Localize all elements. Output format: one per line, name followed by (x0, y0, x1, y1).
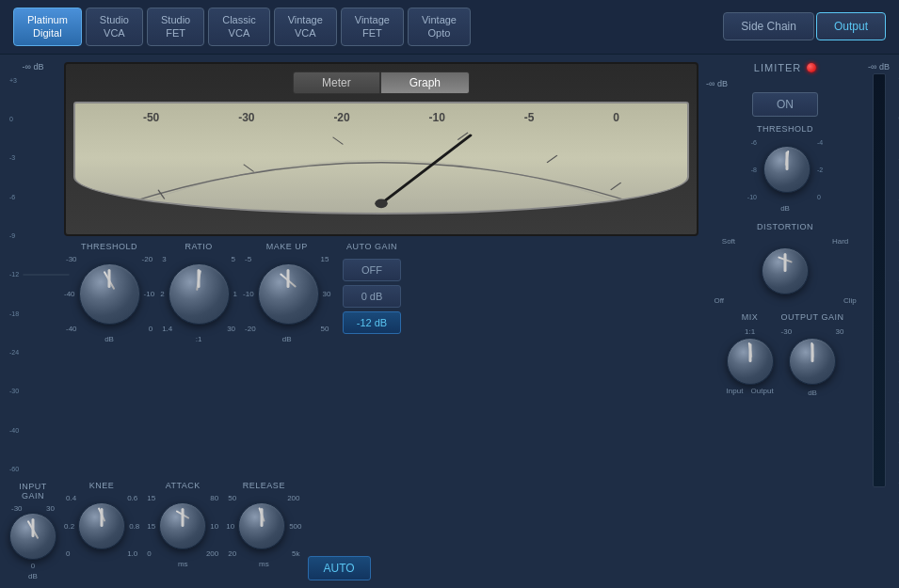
mix-output-label: Output (751, 387, 774, 395)
main-content: -∞ dB +3 0 -3 -6 -9 -12 -18 -24 -30 -40 … (0, 55, 899, 588)
svg-line-1 (244, 164, 254, 171)
auto-gain-label: AUTO GAIN (346, 242, 397, 251)
right-meter-top: -∞ dB (868, 62, 890, 72)
distortion-off-label: Off (714, 296, 724, 305)
limiter-meter-top: -∞ dB (706, 79, 728, 88)
preset-tab-studio-fet[interactable]: Studio FET (147, 8, 204, 46)
side-chain-button[interactable]: Side Chain (723, 12, 814, 40)
left-vu-meter (23, 274, 70, 276)
auto-release-button[interactable]: AUTO (308, 556, 371, 580)
knee-knob[interactable] (78, 502, 125, 549)
input-gain-label: INPUT GAIN (9, 482, 56, 501)
top-right-buttons: Side Chain Output (723, 12, 886, 40)
meter-display: Meter Graph -50 -30 -20 -10 -5 0 (64, 62, 698, 236)
limiter-threshold-unit: dB (780, 204, 790, 213)
release-label: RELEASE (243, 481, 285, 490)
limiter-on-button[interactable]: ON (752, 92, 818, 117)
svg-line-6 (381, 135, 471, 203)
vu-display: -50 -30 -20 -10 -5 0 (73, 102, 689, 215)
threshold-scale-top: -30 -20 (64, 255, 154, 263)
meter-display-tabs: Meter Graph (73, 72, 689, 94)
output-gain-label: OUTPUT GAIN (781, 312, 844, 322)
svg-line-2 (333, 136, 344, 144)
input-gain-value: 0 (31, 562, 35, 570)
distortion-label: DISTORTION (757, 222, 813, 231)
auto-gain-section: AUTO GAIN OFF 0 dB -12 dB (337, 242, 408, 334)
auto-gain-12db-button[interactable]: -12 dB (343, 311, 401, 334)
threshold-section: THRESHOLD -30 -20 -40 -10 -40 0 dB (64, 242, 154, 343)
top-bar: Platinum Digital Studio VCA Studio FET C… (0, 0, 899, 55)
right-vu-meter (873, 73, 886, 487)
makeup-knob[interactable] (258, 263, 319, 325)
threshold-scale-bottom: -40 0 (64, 325, 154, 333)
preset-tabs: Platinum Digital Studio VCA Studio FET C… (13, 8, 471, 46)
ratio-scale-top: 3 5 (160, 255, 237, 263)
attack-label: ATTACK (166, 481, 201, 490)
limiter-label: LIMITER (754, 62, 801, 73)
preset-tab-vintage-opto[interactable]: Vintage Opto (408, 8, 471, 46)
makeup-label: MAKE UP (266, 242, 308, 251)
svg-line-4 (547, 155, 557, 163)
auto-gain-off-button[interactable]: OFF (343, 259, 401, 281)
meter-tab-graph[interactable]: Graph (380, 72, 470, 94)
attack-knob[interactable] (159, 502, 206, 549)
output-gain-knob[interactable] (789, 338, 836, 385)
limiter-led (807, 63, 816, 72)
knee-label: KNEE (89, 481, 115, 490)
preset-tab-classic-vca[interactable]: Classic VCA (208, 8, 269, 46)
meter-tab-meter[interactable]: Meter (293, 72, 380, 94)
release-knob[interactable] (238, 502, 285, 549)
makeup-scale-top: -5 15 (243, 255, 330, 263)
preset-tab-vintage-fet[interactable]: Vintage FET (341, 8, 404, 46)
distortion-hard-label: Hard (832, 237, 848, 246)
output-gain-unit: dB (808, 389, 817, 397)
ratio-knob[interactable] (169, 263, 230, 325)
threshold-knob[interactable] (79, 263, 140, 325)
makeup-scale-bottom: -20 50 (243, 325, 330, 333)
svg-line-0 (158, 189, 165, 199)
release-unit: ms (259, 560, 269, 568)
mix-ratio-label: 1:1 (745, 327, 755, 336)
distortion-clip-label: Clip (843, 296, 857, 305)
input-gain-range: -30 30 (9, 504, 56, 513)
threshold-unit: dB (104, 335, 114, 343)
auto-release-section: AUTO (308, 500, 371, 580)
preset-tab-studio-vca[interactable]: Studio VCA (86, 8, 143, 46)
limiter-threshold-label: THRESHOLD (757, 124, 813, 134)
attack-unit: ms (178, 560, 188, 568)
ratio-scale-bottom: 1.4 30 (160, 325, 237, 333)
makeup-section: MAKE UP -5 15 -10 30 -20 50 dB (243, 242, 330, 343)
auto-gain-0db-button[interactable]: 0 dB (343, 285, 401, 308)
ratio-unit: :1 (196, 335, 202, 343)
svg-point-7 (375, 199, 388, 208)
attack-section: ATTACK 15 80 15 10 0 200 ms (145, 481, 220, 568)
mix-knob[interactable] (727, 338, 774, 385)
svg-line-5 (611, 183, 621, 190)
right-section: LIMITER -∞ dB ON THRESHOLD -6 -8 -10 (706, 62, 890, 580)
limiter-threshold-knob[interactable] (763, 146, 811, 193)
left-meter-top-label: -∞ dB (23, 62, 44, 72)
distortion-soft-label: Soft (722, 237, 735, 246)
input-gain-knob[interactable] (9, 513, 56, 560)
threshold-label: THRESHOLD (81, 242, 137, 251)
ratio-section: RATIO 3 5 2 1 1.4 30 :1 (160, 242, 237, 343)
output-button[interactable]: Output (816, 12, 886, 40)
mix-label: MIX (742, 312, 759, 322)
center-section: Meter Graph -50 -30 -20 -10 -5 0 (64, 62, 698, 580)
ratio-label: RATIO (185, 242, 212, 251)
input-gain-unit: dB (28, 572, 38, 580)
makeup-unit: dB (282, 335, 292, 343)
preset-tab-vintage-vca[interactable]: Vintage VCA (274, 8, 337, 46)
left-input-meter-strip: -∞ dB +3 0 -3 -6 -9 -12 -18 -24 -30 -40 … (9, 62, 56, 580)
release-section: RELEASE 50 200 10 500 20 5k ms (226, 481, 301, 568)
preset-tab-platinum-digital[interactable]: Platinum Digital (13, 8, 82, 46)
knee-section: KNEE 0.4 0.6 0.2 0.8 0 1.0 (64, 481, 139, 558)
mix-input-label: Input (727, 387, 744, 395)
distortion-knob[interactable] (762, 247, 809, 294)
